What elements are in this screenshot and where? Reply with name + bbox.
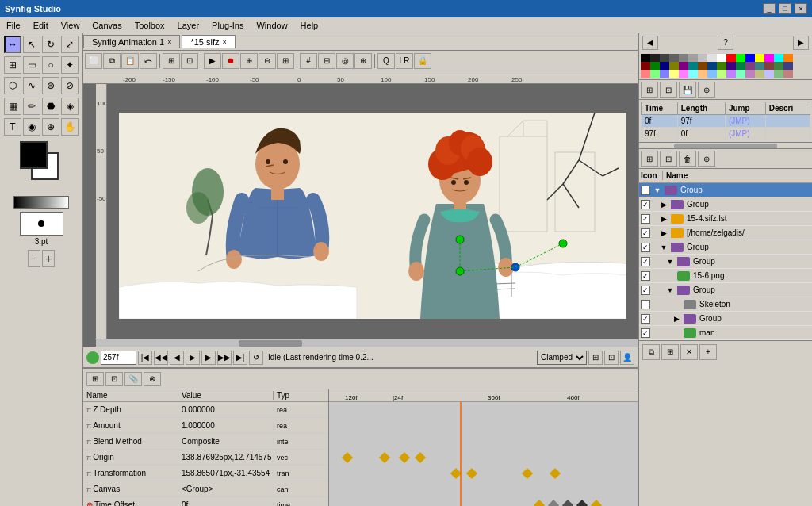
- palette-cell[interactable]: [650, 54, 660, 62]
- nav-left-button[interactable]: ◀: [642, 36, 658, 50]
- canvas-render2[interactable]: ⊡: [181, 53, 198, 69]
- palette-cell[interactable]: [660, 62, 669, 70]
- play-prev-frame[interactable]: ◀: [170, 351, 184, 365]
- close-button[interactable]: ×: [795, 3, 807, 14]
- wp-action-delete[interactable]: 🗑: [679, 151, 696, 167]
- tool-rotate[interactable]: ↻: [42, 36, 59, 53]
- tool-smooth-move[interactable]: ↖: [23, 36, 40, 53]
- window-controls[interactable]: _ □ ×: [763, 3, 807, 14]
- palette-cell[interactable]: [736, 70, 745, 78]
- palette-cell[interactable]: [717, 62, 726, 70]
- lr-expand-6[interactable]: ▼: [665, 258, 676, 266]
- palette-cell[interactable]: [745, 62, 755, 70]
- palette-cell[interactable]: [698, 62, 707, 70]
- layer-row-group2[interactable]: ▶ Group: [639, 197, 812, 212]
- tool-mirror[interactable]: ⊞: [4, 56, 21, 74]
- tool-transform[interactable]: ↔: [4, 36, 21, 53]
- menu-window[interactable]: Window: [250, 19, 293, 32]
- maximize-button[interactable]: □: [779, 3, 791, 14]
- menu-edit[interactable]: Edit: [27, 19, 55, 32]
- tool-pan[interactable]: ✋: [61, 118, 79, 136]
- tool-scale[interactable]: ⤢: [61, 36, 79, 53]
- palette-cell[interactable]: [660, 70, 669, 78]
- diamond-r7-2[interactable]: [548, 500, 559, 506]
- menu-canvas[interactable]: Canvas: [86, 19, 128, 32]
- lr-check-8[interactable]: [639, 286, 652, 295]
- frame-input[interactable]: [101, 351, 136, 365]
- tool-node[interactable]: ◉: [23, 118, 40, 136]
- right-tool-2[interactable]: ⊡: [660, 82, 677, 98]
- tool-zoom[interactable]: ⊕: [42, 118, 59, 136]
- tab-animation1[interactable]: Synfig Animation 1 ×: [83, 35, 180, 48]
- diamond-r7-5[interactable]: [591, 500, 602, 506]
- menu-toolbox[interactable]: Toolbox: [128, 19, 171, 32]
- diamond-r7-4[interactable]: [576, 500, 588, 506]
- nav-help-button[interactable]: ?: [718, 36, 733, 50]
- layer-row-group1[interactable]: ▼ Group: [639, 183, 812, 197]
- canvas-undo[interactable]: ⤺: [140, 53, 157, 69]
- canvas-zoom-out[interactable]: ⊖: [259, 53, 276, 69]
- palette-cell[interactable]: [717, 54, 726, 62]
- right-tool-4[interactable]: ⊕: [698, 82, 715, 98]
- palette-cell[interactable]: [764, 54, 774, 62]
- tool-gradient[interactable]: ▦: [4, 98, 21, 115]
- layer-row-skeleton[interactable]: Skeleton: [639, 297, 812, 312]
- palette-cell[interactable]: [669, 62, 679, 70]
- clamp-select[interactable]: Clamped: [537, 351, 587, 365]
- canvas-zoom-in[interactable]: ⊕: [240, 53, 258, 69]
- tool-circle[interactable]: ○: [42, 56, 59, 74]
- lr-expand-10[interactable]: ▶: [671, 315, 682, 323]
- diamond-r7-3[interactable]: [562, 500, 573, 506]
- palette-cell[interactable]: [774, 70, 783, 78]
- lr-check-2[interactable]: [639, 200, 652, 209]
- palette-cell[interactable]: [688, 54, 698, 62]
- tool-fill[interactable]: ⬣: [42, 98, 59, 115]
- diamond-2[interactable]: [379, 452, 390, 463]
- wp-row-1[interactable]: 0f 97f (JMP): [642, 115, 810, 128]
- lr-expand-1[interactable]: ▼: [652, 186, 663, 194]
- play-first-frame[interactable]: |◀: [138, 351, 152, 365]
- canvas-scrollbar-h[interactable]: [96, 339, 638, 347]
- menu-help[interactable]: Help: [294, 19, 325, 32]
- palette-cell[interactable]: [783, 54, 793, 62]
- canvas-grid[interactable]: #: [300, 53, 317, 69]
- tool-width[interactable]: ⊘: [61, 77, 79, 94]
- palette-cell[interactable]: [641, 62, 650, 70]
- palette-cell[interactable]: [755, 70, 764, 78]
- canvas-action2[interactable]: ⊡: [604, 351, 619, 365]
- palette-cell[interactable]: [707, 54, 717, 62]
- palette-cell[interactable]: [679, 54, 688, 62]
- palette-cell[interactable]: [707, 62, 717, 70]
- canvas-paste[interactable]: 📋: [121, 53, 139, 69]
- tl-btn-3[interactable]: 📎: [124, 372, 142, 386]
- palette-cell[interactable]: [650, 70, 660, 78]
- canvas-onion[interactable]: ◎: [336, 53, 354, 69]
- scrollbar-h-thumb[interactable]: [239, 340, 302, 347]
- tool-text[interactable]: T: [4, 118, 21, 136]
- canvas-action3[interactable]: 👤: [620, 351, 634, 365]
- canvas-quality[interactable]: Q: [377, 53, 395, 69]
- tl-btn-2[interactable]: ⊡: [105, 372, 123, 386]
- lr-check-9[interactable]: [639, 300, 652, 309]
- menu-file[interactable]: File: [0, 19, 27, 32]
- palette-cell[interactable]: [764, 62, 774, 70]
- canvas-new[interactable]: ⬜: [85, 53, 102, 69]
- wp-action-1[interactable]: ⊞: [641, 151, 658, 167]
- layer-btn-merge[interactable]: ⊞: [661, 344, 679, 360]
- diamond-1[interactable]: [342, 452, 353, 463]
- diamond-t4[interactable]: [550, 468, 561, 479]
- tool-polygon[interactable]: ⬡: [4, 77, 21, 94]
- play-loop[interactable]: ↺: [249, 351, 263, 365]
- lr-check-6[interactable]: [639, 257, 652, 266]
- palette-cell[interactable]: [641, 70, 650, 78]
- palette-cell[interactable]: [726, 62, 736, 70]
- layer-row-group6[interactable]: ▼ Group: [639, 255, 812, 269]
- palette-cell[interactable]: [736, 54, 745, 62]
- layer-row-home[interactable]: ▶ [/home/zelgadis/: [639, 226, 812, 240]
- tool-rectangle[interactable]: ▭: [23, 56, 40, 74]
- menu-plugins[interactable]: Plug-Ins: [205, 19, 250, 32]
- palette-cell[interactable]: [745, 54, 755, 62]
- palette-cell[interactable]: [755, 54, 764, 62]
- tool-bline[interactable]: ∿: [23, 77, 40, 94]
- palette-cell[interactable]: [764, 70, 774, 78]
